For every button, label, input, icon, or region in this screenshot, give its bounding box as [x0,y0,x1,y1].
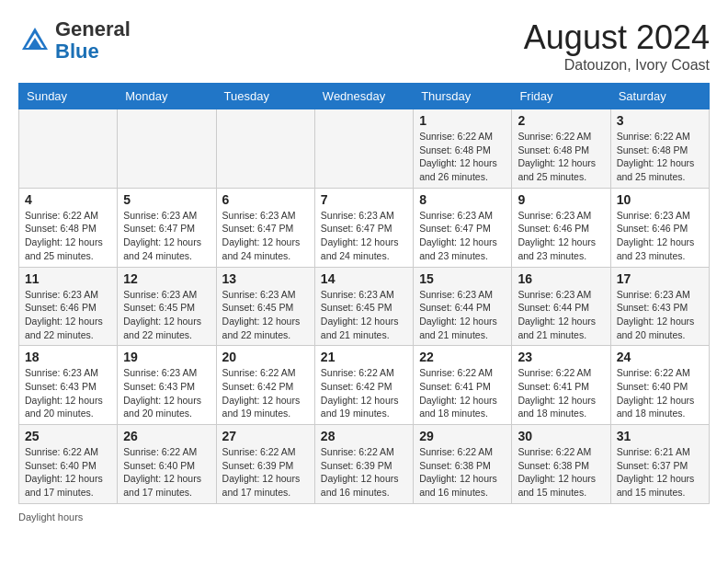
day-number: 8 [419,192,506,207]
day-info: Sunrise: 6:22 AM Sunset: 6:39 PM Dayligh… [222,445,309,500]
day-number: 30 [518,429,604,443]
title-block: August 2024 Datouzon, Ivory Coast [524,18,710,74]
day-number: 4 [25,192,111,207]
day-number: 27 [222,429,309,443]
calendar-cell: 9Sunrise: 6:23 AM Sunset: 6:46 PM Daylig… [512,188,610,267]
week-row-2: 4Sunrise: 6:22 AM Sunset: 6:48 PM Daylig… [19,188,710,267]
logo-blue-text: Blue [55,40,99,63]
day-number: 1 [419,113,506,128]
header-day-saturday: Saturday [610,84,709,109]
day-info: Sunrise: 6:23 AM Sunset: 6:47 PM Dayligh… [123,209,210,263]
calendar-cell [216,109,314,189]
day-info: Sunrise: 6:22 AM Sunset: 6:41 PM Dayligh… [419,366,506,420]
day-info: Sunrise: 6:23 AM Sunset: 6:46 PM Dayligh… [518,209,604,263]
day-number: 3 [617,113,703,128]
day-number: 26 [123,429,210,443]
day-number: 10 [617,192,703,207]
calendar-cell: 10Sunrise: 6:23 AM Sunset: 6:46 PM Dayli… [610,188,709,267]
day-number: 18 [25,350,111,364]
calendar-cell [118,109,216,189]
day-info: Sunrise: 6:23 AM Sunset: 6:47 PM Dayligh… [222,209,309,263]
day-info: Sunrise: 6:22 AM Sunset: 6:48 PM Dayligh… [518,130,604,184]
day-info: Sunrise: 6:23 AM Sunset: 6:45 PM Dayligh… [222,288,309,342]
calendar-cell: 18Sunrise: 6:23 AM Sunset: 6:43 PM Dayli… [19,346,118,425]
day-number: 24 [617,350,703,364]
day-info: Sunrise: 6:22 AM Sunset: 6:42 PM Dayligh… [222,366,309,420]
week-row-5: 25Sunrise: 6:22 AM Sunset: 6:40 PM Dayli… [19,425,710,504]
month-year-title: August 2024 [524,18,710,57]
day-info: Sunrise: 6:22 AM Sunset: 6:39 PM Dayligh… [321,445,407,500]
calendar-cell: 28Sunrise: 6:22 AM Sunset: 6:39 PM Dayli… [314,425,413,504]
day-info: Sunrise: 6:22 AM Sunset: 6:40 PM Dayligh… [617,366,703,420]
day-info: Sunrise: 6:21 AM Sunset: 6:37 PM Dayligh… [617,445,703,500]
day-number: 16 [518,271,604,286]
calendar-cell: 30Sunrise: 6:22 AM Sunset: 6:38 PM Dayli… [512,425,610,504]
day-info: Sunrise: 6:23 AM Sunset: 6:46 PM Dayligh… [617,209,703,263]
day-number: 5 [123,192,210,207]
day-number: 22 [419,350,506,364]
day-info: Sunrise: 6:22 AM Sunset: 6:40 PM Dayligh… [123,445,210,500]
calendar-cell: 22Sunrise: 6:22 AM Sunset: 6:41 PM Dayli… [414,346,512,425]
calendar-cell: 23Sunrise: 6:22 AM Sunset: 6:41 PM Dayli… [512,346,610,425]
calendar-cell: 6Sunrise: 6:23 AM Sunset: 6:47 PM Daylig… [216,188,314,267]
calendar-cell: 3Sunrise: 6:22 AM Sunset: 6:48 PM Daylig… [610,109,709,189]
calendar-body: 1Sunrise: 6:22 AM Sunset: 6:48 PM Daylig… [19,109,710,504]
day-number: 17 [617,271,703,286]
day-info: Sunrise: 6:23 AM Sunset: 6:43 PM Dayligh… [617,288,703,342]
logo-icon [18,24,51,57]
calendar-cell: 31Sunrise: 6:21 AM Sunset: 6:37 PM Dayli… [610,425,709,504]
day-info: Sunrise: 6:22 AM Sunset: 6:48 PM Dayligh… [25,209,111,263]
calendar-cell: 29Sunrise: 6:22 AM Sunset: 6:38 PM Dayli… [414,425,512,504]
calendar-cell: 12Sunrise: 6:23 AM Sunset: 6:45 PM Dayli… [118,267,216,346]
week-row-3: 11Sunrise: 6:23 AM Sunset: 6:46 PM Dayli… [19,267,710,346]
day-info: Sunrise: 6:22 AM Sunset: 6:38 PM Dayligh… [518,445,604,500]
day-number: 15 [419,271,506,286]
day-number: 13 [222,271,309,286]
day-number: 14 [321,271,407,286]
calendar-cell: 2Sunrise: 6:22 AM Sunset: 6:48 PM Daylig… [512,109,610,189]
day-info: Sunrise: 6:23 AM Sunset: 6:46 PM Dayligh… [25,288,111,342]
calendar-cell: 1Sunrise: 6:22 AM Sunset: 6:48 PM Daylig… [414,109,512,189]
logo: General Blue [18,18,131,63]
day-info: Sunrise: 6:22 AM Sunset: 6:41 PM Dayligh… [518,366,604,420]
day-number: 6 [222,192,309,207]
day-number: 25 [25,429,111,443]
day-number: 12 [123,271,210,286]
header-day-tuesday: Tuesday [216,84,314,109]
header-day-friday: Friday [512,84,610,109]
calendar-cell [314,109,413,189]
day-number: 28 [321,429,407,443]
calendar-header: SundayMondayTuesdayWednesdayThursdayFrid… [19,84,710,109]
day-info: Sunrise: 6:22 AM Sunset: 6:40 PM Dayligh… [25,445,111,500]
day-info: Sunrise: 6:23 AM Sunset: 6:45 PM Dayligh… [123,288,210,342]
header-day-sunday: Sunday [19,84,118,109]
day-number: 21 [321,350,407,364]
calendar-cell: 4Sunrise: 6:22 AM Sunset: 6:48 PM Daylig… [19,188,118,267]
day-info: Sunrise: 6:23 AM Sunset: 6:43 PM Dayligh… [25,366,111,420]
calendar-cell: 5Sunrise: 6:23 AM Sunset: 6:47 PM Daylig… [118,188,216,267]
day-info: Sunrise: 6:22 AM Sunset: 6:38 PM Dayligh… [419,445,506,500]
daylight-label: Daylight hours [18,511,83,523]
calendar-cell: 15Sunrise: 6:23 AM Sunset: 6:44 PM Dayli… [414,267,512,346]
day-number: 7 [321,192,407,207]
calendar-cell: 13Sunrise: 6:23 AM Sunset: 6:45 PM Dayli… [216,267,314,346]
page-header: General Blue August 2024 Datouzon, Ivory… [18,18,710,74]
calendar-cell: 24Sunrise: 6:22 AM Sunset: 6:40 PM Dayli… [610,346,709,425]
logo-general-text: General [55,17,131,40]
day-info: Sunrise: 6:23 AM Sunset: 6:44 PM Dayligh… [419,288,506,342]
calendar-cell [19,109,118,189]
day-info: Sunrise: 6:23 AM Sunset: 6:44 PM Dayligh… [518,288,604,342]
day-number: 9 [518,192,604,207]
footer: Daylight hours [18,511,710,523]
calendar-cell: 27Sunrise: 6:22 AM Sunset: 6:39 PM Dayli… [216,425,314,504]
calendar-cell: 11Sunrise: 6:23 AM Sunset: 6:46 PM Dayli… [19,267,118,346]
header-day-thursday: Thursday [414,84,512,109]
day-number: 11 [25,271,111,286]
calendar-cell: 19Sunrise: 6:23 AM Sunset: 6:43 PM Dayli… [118,346,216,425]
week-row-4: 18Sunrise: 6:23 AM Sunset: 6:43 PM Dayli… [19,346,710,425]
calendar-cell: 26Sunrise: 6:22 AM Sunset: 6:40 PM Dayli… [118,425,216,504]
header-row: SundayMondayTuesdayWednesdayThursdayFrid… [19,84,710,109]
day-info: Sunrise: 6:23 AM Sunset: 6:47 PM Dayligh… [321,209,407,263]
calendar-cell: 21Sunrise: 6:22 AM Sunset: 6:42 PM Dayli… [314,346,413,425]
calendar-cell: 7Sunrise: 6:23 AM Sunset: 6:47 PM Daylig… [314,188,413,267]
